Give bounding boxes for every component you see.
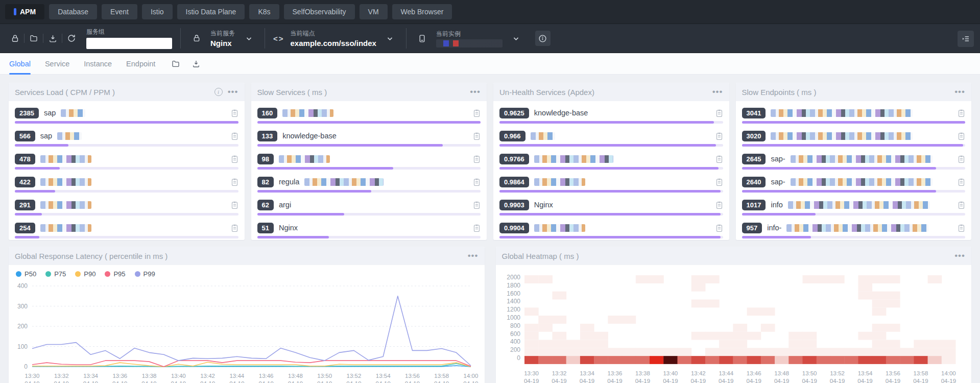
nav-tab[interactable]: Database [49, 4, 97, 19]
clipboard-icon[interactable] [715, 178, 723, 186]
metric-label[interactable]: knowledge-base [282, 132, 337, 140]
view-tab[interactable]: Instance [84, 53, 112, 75]
code-icon: <> [273, 34, 284, 43]
clipboard-icon[interactable] [958, 178, 965, 186]
clipboard-icon[interactable] [473, 155, 481, 163]
card-menu-icon[interactable]: ••• [468, 253, 479, 258]
divider [43, 34, 43, 43]
legend-item[interactable]: P95 [105, 270, 125, 278]
collapse-panel-icon[interactable] [958, 31, 974, 47]
metric-label[interactable]: sap [44, 109, 56, 117]
progress-fill [499, 144, 716, 147]
clipboard-icon[interactable] [473, 132, 481, 140]
clipboard-icon[interactable] [473, 201, 481, 209]
info-circle-icon[interactable]: i [214, 88, 223, 96]
clipboard-icon[interactable] [473, 109, 481, 117]
svg-text:04-19: 04-19 [607, 378, 622, 383]
legend-item[interactable]: P99 [135, 270, 155, 278]
progress-track [742, 190, 966, 193]
card-menu-icon[interactable]: ••• [954, 253, 965, 258]
view-tab-label: Service [45, 60, 69, 68]
lock-icon[interactable] [7, 31, 22, 46]
chevron-down-icon[interactable] [241, 31, 256, 46]
svg-text:1400: 1400 [507, 298, 520, 305]
card-menu-icon[interactable]: ••• [712, 89, 723, 94]
clipboard-icon[interactable] [958, 201, 965, 209]
card-menu-icon[interactable]: ••• [470, 89, 481, 94]
nav-tab[interactable]: K8s [249, 4, 279, 19]
metric-cards-row: Services Load ( CPM / PPM ) i ••• 2385 s… [9, 83, 971, 240]
current-service-select[interactable]: 当前服务 Nginx [189, 29, 256, 47]
folder-icon[interactable] [26, 31, 41, 46]
legend-item[interactable]: P75 [45, 270, 66, 278]
metric-label[interactable]: sap- [771, 178, 785, 186]
clipboard-icon[interactable] [473, 178, 481, 186]
svg-text:04-19: 04-19 [141, 380, 156, 383]
clipboard-icon[interactable] [958, 109, 965, 117]
redacted-label [57, 132, 82, 140]
clipboard-icon[interactable] [231, 155, 238, 163]
card-title: Slow Endpoints ( ms ) [742, 88, 955, 97]
clipboard-icon[interactable] [715, 201, 723, 209]
clipboard-icon[interactable] [231, 201, 238, 209]
metric-label[interactable]: sap- [771, 155, 785, 163]
metric-label[interactable]: Nginx [279, 224, 298, 232]
svg-text:04-19: 04-19 [690, 378, 705, 383]
current-endpoint-select[interactable]: <> 当前端点 example.com/sso/index [273, 29, 398, 47]
nav-tab[interactable]: Web Browser [392, 4, 452, 19]
clipboard-icon[interactable] [231, 178, 238, 186]
clipboard-icon[interactable] [715, 224, 723, 232]
legend-item[interactable]: P50 [16, 270, 36, 278]
view-tab[interactable]: Endpoint [126, 53, 155, 75]
metric-label[interactable]: info [771, 201, 782, 209]
svg-text:13:34: 13:34 [83, 373, 98, 379]
clipboard-icon[interactable] [473, 224, 481, 232]
card-body: 3041 3020 2645 sap- [736, 101, 972, 240]
svg-text:04-19: 04-19 [802, 378, 817, 383]
info-icon[interactable] [535, 31, 551, 46]
metric-value-badge: 1017 [742, 200, 766, 210]
service-group-input[interactable] [86, 38, 172, 49]
nav-tab[interactable]: Event [102, 4, 137, 19]
metric-label[interactable]: regula [279, 178, 299, 186]
progress-fill [742, 121, 966, 124]
folder-icon[interactable] [170, 56, 182, 71]
service-group-field: 服务组 [86, 28, 172, 49]
card-menu-icon[interactable]: ••• [954, 89, 965, 94]
metric-label[interactable]: info- [767, 224, 781, 232]
metric-label[interactable]: knowledge-base [534, 109, 588, 117]
clipboard-icon[interactable] [958, 155, 965, 163]
metric-label[interactable]: Nginx [534, 201, 553, 209]
card-menu-icon[interactable]: ••• [228, 89, 238, 94]
list-item: 254 [15, 221, 238, 238]
clipboard-icon[interactable] [231, 132, 238, 140]
metric-label[interactable]: argi [279, 201, 291, 209]
clipboard-icon[interactable] [715, 109, 723, 117]
legend-item[interactable]: P90 [75, 270, 95, 278]
metric-value-badge: 3041 [742, 108, 766, 118]
clipboard-icon[interactable] [715, 132, 723, 140]
clipboard-icon[interactable] [715, 155, 723, 163]
nav-tab[interactable]: Istio [142, 4, 173, 19]
download-icon[interactable] [45, 31, 60, 46]
view-tab[interactable]: Service [45, 53, 69, 75]
clipboard-icon[interactable] [958, 224, 965, 232]
chevron-down-icon[interactable] [383, 31, 398, 46]
clipboard-icon[interactable] [231, 109, 238, 117]
clipboard-icon[interactable] [231, 224, 238, 232]
progress-fill [257, 121, 481, 124]
progress-fill [15, 190, 55, 193]
metric-value-badge: 160 [257, 108, 278, 118]
svg-text:13:32: 13:32 [552, 370, 566, 376]
clipboard-icon[interactable] [958, 132, 965, 140]
download-icon[interactable] [190, 56, 202, 71]
nav-tab[interactable]: APM [5, 4, 44, 19]
nav-tab[interactable]: SelfObservability [284, 4, 355, 19]
nav-tab[interactable]: VM [360, 4, 388, 19]
metric-label[interactable]: sap [40, 132, 52, 140]
chevron-down-icon[interactable] [509, 31, 524, 46]
nav-tab[interactable]: Istio Data Plane [177, 4, 245, 19]
view-tab[interactable]: Global [9, 53, 31, 75]
current-instance-select[interactable]: 当前实例 [415, 30, 524, 47]
refresh-icon[interactable] [64, 31, 79, 46]
